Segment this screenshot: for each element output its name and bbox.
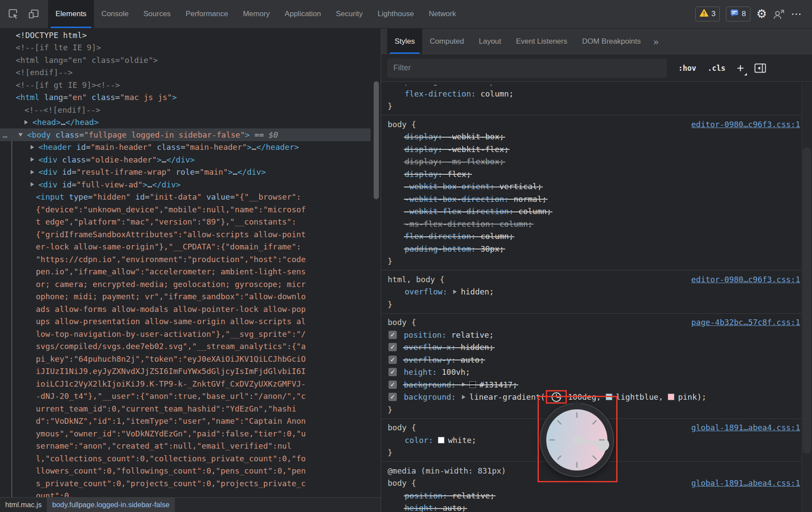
property-checkbox-icon[interactable]: ✓ bbox=[389, 343, 397, 351]
dom-node[interactable]: or; camera; encrypted-media; geolocation… bbox=[0, 278, 371, 291]
tab-overflow-chevron-icon[interactable]: » bbox=[648, 29, 664, 54]
breadcrumb-body-selected[interactable]: body.fullpage.logged-in.sidebar-false bbox=[47, 498, 174, 512]
css-property-line[interactable]: ✓position: relative; bbox=[381, 329, 812, 341]
dom-node[interactable]: iJIUzI1NiJ9.eyJyZXNvdXJjZSI6ImFuYWx5dGlj… bbox=[0, 365, 371, 378]
dom-node[interactable]: er-lock allow-same-origin"},"__CPDATA":{… bbox=[0, 241, 371, 253]
css-property-line[interactable]: display: -ms-flexbox; bbox=[381, 156, 812, 168]
stylesheet-source-link[interactable]: global-1891…abea4.css:1 bbox=[691, 478, 800, 488]
dom-node[interactable]: ioiLCJ1c2VyX2lkIjoiKiJ9.K-TP9-k-_ZnktGVf… bbox=[0, 377, 371, 390]
rule-selector-line[interactable]: body {editor-0980…c96f3.css:1 bbox=[381, 118, 812, 131]
dom-node[interactable]: <header id="main-header" class="main-hea… bbox=[0, 141, 371, 154]
property-checkbox-icon[interactable]: ✓ bbox=[389, 381, 397, 389]
dom-node-selected[interactable]: …<body class="fullpage logged-in sidebar… bbox=[0, 128, 371, 141]
dom-node[interactable]: s_private_count":0,"projects_count":0,"p… bbox=[0, 477, 371, 490]
dom-node[interactable]: ups allow-presentation allow-same-origin… bbox=[0, 315, 371, 328]
hidden-nodes-ellipsis[interactable]: … bbox=[3, 130, 7, 139]
color-swatch-icon[interactable] bbox=[469, 381, 476, 388]
property-checkbox-icon[interactable]: ✓ bbox=[389, 368, 397, 376]
rule-selector-line[interactable]: body {global-1891…abea4.css:1 bbox=[381, 477, 812, 490]
sidebar-tab-styles[interactable]: Styles bbox=[387, 29, 422, 54]
css-property-line[interactable]: height: auto; bbox=[381, 502, 812, 512]
expand-arrow-icon[interactable] bbox=[31, 145, 34, 149]
css-property-line[interactable]: ✓overflow-x: hidden; bbox=[381, 341, 812, 354]
dom-node[interactable]: {"device":"unknown_device","mobile":null… bbox=[0, 203, 371, 216]
expand-value-icon[interactable] bbox=[453, 290, 457, 294]
tab-security[interactable]: Security bbox=[329, 0, 370, 28]
messages-badge[interactable]: 8 bbox=[726, 7, 750, 21]
remote-person-icon[interactable] bbox=[773, 9, 785, 20]
device-toolbar-icon[interactable] bbox=[24, 0, 44, 28]
sidebar-tab-event-listeners[interactable]: Event Listeners bbox=[509, 29, 575, 54]
dom-node[interactable]: <div id="result-iframe-wrap" role="main"… bbox=[0, 166, 371, 179]
css-property-line[interactable]: -webkit-box-orient: vertical; bbox=[381, 180, 812, 193]
dom-node[interactable]: <!--[if gt IE 9]><!--> bbox=[0, 79, 371, 91]
tab-elements[interactable]: Elements bbox=[48, 0, 94, 28]
sidebar-dock-icon[interactable] bbox=[754, 63, 766, 73]
property-checkbox-icon[interactable]: ✓ bbox=[389, 331, 397, 339]
css-property-line[interactable]: -webkit-flex-direction: column; bbox=[381, 205, 812, 218]
css-property-line[interactable]: display: -webkit-flex; bbox=[381, 143, 812, 156]
expand-arrow-icon[interactable] bbox=[31, 170, 34, 174]
property-checkbox-icon[interactable]: ✓ bbox=[389, 356, 397, 364]
dom-node[interactable]: <!--[if lte IE 9]> bbox=[0, 42, 371, 54]
dom-node[interactable]: ymous","owner_id":"VoDkNZYdEzGn","paid":… bbox=[0, 427, 371, 440]
stylesheet-source-link[interactable]: editor-0980…c96f3.css:1 bbox=[691, 275, 800, 284]
rule-selector-line[interactable]: body {page-4b32bc…57c8f.css:1 bbox=[381, 316, 812, 329]
tab-sources[interactable]: Sources bbox=[136, 0, 178, 28]
css-property-line[interactable]: display: flex; bbox=[381, 168, 812, 180]
expand-arrow-icon[interactable] bbox=[31, 182, 34, 187]
css-property-line[interactable]: padding-bottom: 30px; bbox=[381, 242, 812, 255]
css-property-line[interactable]: -ms-flex-direction: column; bbox=[381, 218, 812, 230]
dom-node[interactable]: pi_key":"64puhuch8n2j","token":"eyJ0eXAi… bbox=[0, 353, 371, 365]
pseudo-state-toggle[interactable]: :hov bbox=[678, 64, 696, 73]
breadcrumb-html[interactable]: html.mac.js bbox=[0, 498, 47, 512]
tab-performance[interactable]: Performance bbox=[178, 0, 236, 28]
dom-node[interactable]: llowers_count":0,"followings_count":0,"p… bbox=[0, 465, 371, 477]
more-menu-icon[interactable]: ⋯ bbox=[791, 8, 802, 20]
warnings-badge[interactable]: 3 bbox=[695, 7, 720, 21]
stylesheet-source-link[interactable]: editor-0980…c96f3.css:1 bbox=[691, 120, 800, 129]
dom-node[interactable]: <!--<![endif]--> bbox=[0, 104, 371, 116]
tab-memory[interactable]: Memory bbox=[236, 0, 277, 28]
expand-arrow-icon[interactable] bbox=[24, 120, 28, 125]
dom-node[interactable]: svgs/compiled/svgs.dee7eb02.svg","__stre… bbox=[0, 340, 371, 353]
dom-node[interactable]: -dNJ-20_t4"},"__user":{"anon":true,"base… bbox=[0, 390, 371, 403]
css-property-line[interactable]: ✓overflow-y: auto; bbox=[381, 353, 812, 366]
css-property-line[interactable]: overflow: hidden; bbox=[381, 286, 812, 298]
collapse-arrow-icon[interactable] bbox=[18, 133, 23, 137]
color-swatch-icon[interactable] bbox=[606, 394, 612, 400]
dom-node[interactable]: <html lang="en" class="oldie"> bbox=[0, 54, 371, 66]
dom-node[interactable]: {"gridIframeSandboxAttributes":"allow-sc… bbox=[0, 228, 371, 241]
dom-node[interactable]: low-top-navigation-by-user-activation"},… bbox=[0, 328, 371, 340]
css-property-line[interactable]: -webkit-box-direction: normal; bbox=[381, 193, 812, 205]
dom-node[interactable]: <![endif]--> bbox=[0, 66, 371, 79]
gradient-angle-clock-icon[interactable] bbox=[552, 392, 561, 402]
styles-scrollbar-thumb[interactable] bbox=[802, 148, 811, 453]
color-swatch-icon[interactable] bbox=[438, 437, 444, 443]
settings-gear-icon[interactable]: ⚙ bbox=[756, 8, 767, 20]
dom-node[interactable]: urrent_team_id":0,"current_team_hashid":… bbox=[0, 402, 371, 415]
styles-filter-input[interactable] bbox=[387, 59, 667, 78]
dom-node[interactable]: d":"VoDkNZ","id":1,"itemType":"user","na… bbox=[0, 415, 371, 428]
tab-console[interactable]: Console bbox=[94, 0, 136, 28]
dom-node[interactable]: l,"collections_count":0,"collections_pri… bbox=[0, 452, 371, 465]
sidebar-tab-computed[interactable]: Computed bbox=[422, 29, 471, 54]
dom-node[interactable]: sername":"anon","created_at":null,"email… bbox=[0, 440, 371, 453]
expand-arrow-icon[interactable] bbox=[31, 157, 34, 162]
rule-selector-line[interactable]: html, body {editor-0980…c96f3.css:1 bbox=[381, 273, 812, 286]
dom-node[interactable]: <!DOCTYPE html> bbox=[0, 29, 371, 42]
dom-node[interactable]: <div class="oldie-header">…</div> bbox=[0, 153, 371, 166]
tab-network[interactable]: Network bbox=[421, 0, 463, 28]
sidebar-tab-dom-breakpoints[interactable]: DOM Breakpoints bbox=[575, 29, 648, 54]
dom-node[interactable]: <input type="hidden" id="init-data" valu… bbox=[0, 191, 371, 204]
expand-value-icon[interactable] bbox=[462, 395, 465, 399]
css-property-line[interactable]: ✓background: #131417; bbox=[381, 378, 812, 391]
styles-scrollbar-track[interactable] bbox=[802, 82, 812, 512]
dom-node[interactable]: ophone; midi; payment; vr","iframe_sandb… bbox=[0, 291, 371, 303]
dom-node[interactable]: <div id="full-view-ad">…</div> bbox=[0, 178, 371, 191]
dom-node[interactable]: t edge","platform":"mac","version":"89"}… bbox=[0, 216, 371, 228]
stylesheet-source-link[interactable]: page-4b32bc…57c8f.css:1 bbox=[691, 318, 800, 327]
element-class-toggle[interactable]: .cls bbox=[708, 64, 725, 73]
angle-picker-dial[interactable] bbox=[541, 404, 613, 476]
dom-node[interactable]: pen.io","iframe_allow":"accelerometer; a… bbox=[0, 266, 371, 278]
